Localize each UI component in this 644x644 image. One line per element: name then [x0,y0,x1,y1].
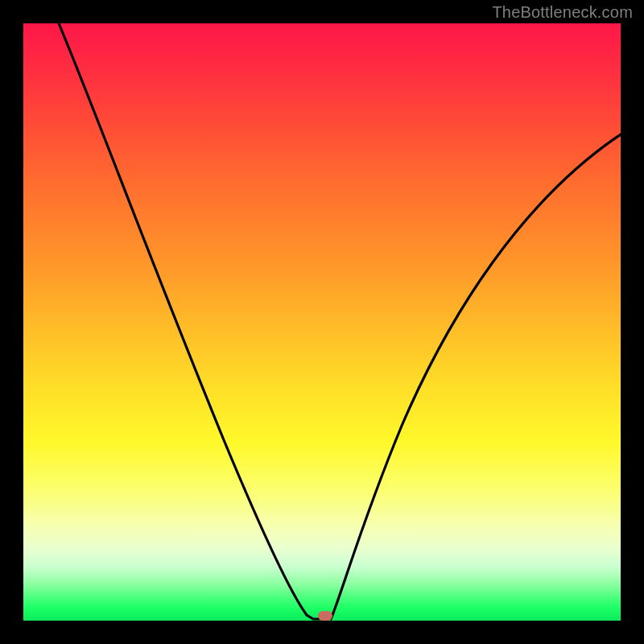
minimum-marker [318,611,332,621]
plot-area [23,23,621,621]
watermark-text: TheBottleneck.com [492,3,633,22]
curve-right-branch [331,134,621,619]
chart-frame: TheBottleneck.com [0,0,644,644]
bottleneck-curve [23,23,621,621]
curve-left-branch [59,23,328,619]
